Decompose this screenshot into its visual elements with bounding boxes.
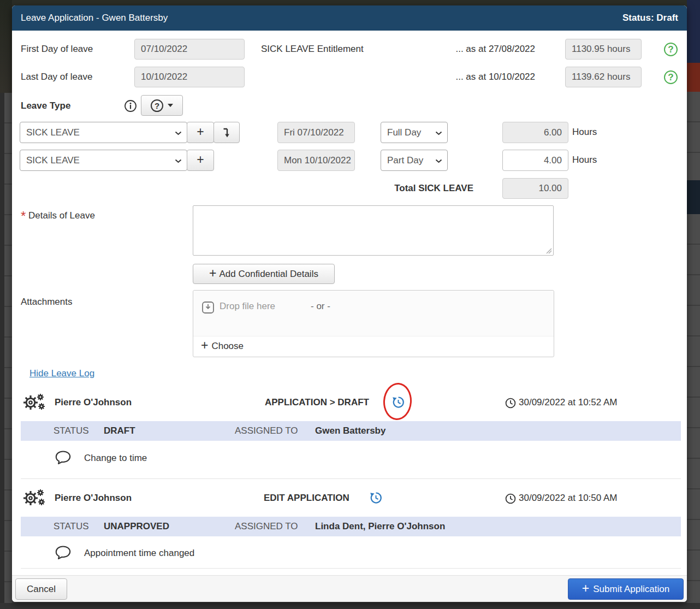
question-glyph: ? — [155, 101, 159, 110]
day-part-select-2[interactable]: Part Day — [381, 150, 448, 171]
assigned-label: ASSIGNED TO — [235, 421, 298, 441]
last-day-value: 10/10/2022 — [141, 72, 187, 82]
total-label: Total SICK LEAVE — [340, 178, 473, 199]
day-part-2-value: Part Day — [387, 155, 423, 166]
background-navy-block — [687, 180, 700, 214]
hours-label-2: Hours — [572, 150, 597, 170]
attachments-label: Attachments — [21, 292, 73, 312]
leave-date-2: Mon 10/10/2022 — [277, 150, 355, 171]
assigned-value: Linda Dent, Pierre O'Johnson — [315, 517, 445, 536]
chevron-down-icon — [168, 104, 173, 107]
as-at-2-label: ... as at 10/10/2022 — [383, 67, 535, 87]
as-at-1-label: ... as at 27/08/2022 — [383, 39, 535, 60]
hours-input-1: 6.00 — [502, 122, 568, 143]
day-part-select-1[interactable]: Full Day — [381, 122, 448, 143]
copy-down-button[interactable] — [213, 122, 240, 143]
gears-icon — [22, 487, 47, 510]
question-glyph: ? — [668, 72, 673, 83]
log-comment: Change to time — [84, 453, 147, 464]
modal-footer: Cancel + Submit Application — [12, 575, 687, 602]
chevron-down-icon — [175, 159, 182, 163]
log-comment: Appointment time changed — [84, 548, 194, 559]
cancel-label: Cancel — [27, 584, 56, 595]
leave-type-select-2[interactable]: SICK LEAVE — [20, 150, 187, 171]
leave-type-select-1[interactable]: SICK LEAVE — [20, 122, 187, 143]
assigned-label: ASSIGNED TO — [235, 517, 298, 536]
log-action: APPLICATION > DRAFT — [265, 397, 369, 408]
or-text: - or - — [311, 301, 330, 312]
background-photo — [0, 0, 12, 93]
chevron-down-icon — [435, 159, 442, 163]
leave-application-modal: Leave Application - Gwen Battersby Statu… — [12, 5, 687, 602]
background-strip-bottom — [0, 603, 700, 609]
first-day-label: First Day of leave — [21, 39, 93, 60]
drop-file-text: Drop file here — [220, 301, 275, 312]
log-timestamp: 30/09/2022 at 10:52 AM — [519, 397, 618, 408]
log-action: EDIT APPLICATION — [264, 493, 349, 504]
first-day-input[interactable]: 07/10/2022 — [134, 39, 245, 60]
choose-label: Choose — [211, 341, 244, 352]
background-red-banner — [687, 63, 700, 92]
add-confidential-details-button[interactable]: + Add Confidential Details — [193, 264, 335, 284]
background-scrollbar — [0, 93, 4, 609]
hours-input-2[interactable]: 4.00 — [502, 150, 568, 171]
help-circle-icon[interactable]: ? — [664, 70, 678, 84]
resize-grip[interactable] — [545, 247, 552, 254]
modal-title: Leave Application - Gwen Battersby — [21, 13, 168, 23]
entitlement-2-value: 1139.62 hours — [565, 67, 642, 87]
history-icon[interactable] — [369, 491, 383, 505]
cancel-button[interactable]: Cancel — [15, 578, 67, 600]
add-leave-row-button[interactable]: + — [187, 150, 214, 171]
total-hours-value: 10.00 — [538, 183, 562, 194]
comment-bubble-icon — [55, 544, 72, 561]
entitlement-1-text: 1130.95 hours — [572, 44, 630, 55]
first-day-value: 07/10/2022 — [141, 44, 187, 55]
info-icon[interactable] — [124, 99, 137, 113]
entitlement-2-text: 1139.62 hours — [572, 72, 630, 82]
hide-leave-log-link[interactable]: Hide Leave Log — [29, 368, 94, 379]
copy-down-icon — [221, 127, 232, 139]
plus-icon: + — [209, 267, 216, 280]
last-day-input[interactable]: 10/10/2022 — [134, 67, 245, 87]
log-divider — [21, 478, 681, 479]
log-timestamp: 30/09/2022 at 10:50 AM — [519, 493, 618, 504]
status-value: DRAFT — [104, 421, 135, 441]
choose-file-button[interactable]: + Choose — [201, 341, 244, 352]
drop-file-icon — [201, 300, 215, 315]
details-label: Details of Leave — [28, 205, 95, 226]
add-confidential-label: Add Confidential Details — [219, 269, 318, 280]
status-badge: Status: Draft — [622, 13, 678, 23]
submit-label: Submit Application — [593, 584, 669, 595]
log-user: Pierre O'Johnson — [55, 397, 132, 408]
status-value: UNAPPROVED — [104, 517, 169, 536]
required-asterisk: * — [21, 209, 26, 224]
entitlement-1-value: 1130.95 hours — [565, 39, 642, 60]
submit-application-button[interactable]: + Submit Application — [568, 578, 684, 600]
comment-bubble-icon — [55, 449, 72, 466]
log-status-row: STATUS UNAPPROVED ASSIGNED TO Linda Dent… — [21, 517, 681, 536]
plus-icon: + — [197, 126, 204, 138]
log-divider — [21, 568, 681, 569]
add-leave-row-button[interactable]: + — [187, 122, 214, 143]
help-circle-icon[interactable]: ? — [664, 43, 678, 56]
status-label: STATUS — [54, 421, 89, 441]
plus-icon: + — [201, 339, 208, 352]
details-textarea[interactable] — [193, 205, 554, 256]
chevron-down-icon — [435, 131, 442, 135]
background-table-left — [4, 93, 12, 609]
leave-date-1-value: Fri 07/10/2022 — [284, 127, 344, 138]
clock-icon — [505, 398, 516, 409]
hours-2-value: 4.00 — [544, 155, 562, 166]
status-label: STATUS — [54, 517, 89, 536]
entitlement-label: SICK LEAVE Entitlement — [261, 39, 364, 60]
hours-label-1: Hours — [572, 122, 597, 143]
log-user: Pierre O'Johnson — [55, 493, 132, 504]
attachments-dropzone[interactable]: Drop file here - or - + Choose — [193, 290, 554, 357]
leave-type-help-dropdown[interactable]: ? — [141, 95, 183, 116]
clock-icon — [505, 493, 516, 504]
leave-type-value: SICK LEAVE — [26, 155, 80, 166]
total-hours-input: 10.00 — [502, 178, 568, 199]
question-circle-icon: ? — [151, 99, 163, 112]
leave-type-label: Leave Type — [21, 96, 70, 116]
drop-target-area[interactable] — [193, 291, 554, 336]
